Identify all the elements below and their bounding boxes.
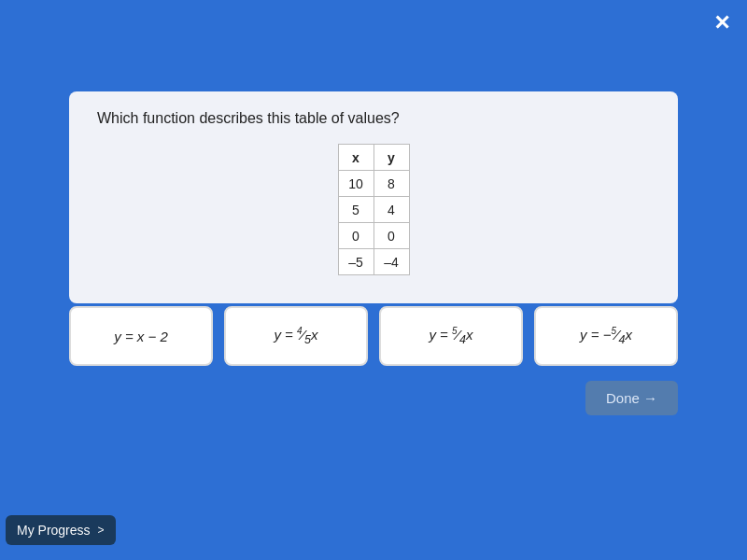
table-row: 54: [338, 197, 409, 223]
question-text: Which function describes this table of v…: [97, 110, 650, 127]
cell-3-0: –5: [338, 249, 374, 275]
question-card: Which function describes this table of v…: [69, 91, 678, 303]
table-row: 00: [338, 223, 409, 249]
my-progress-label: My Progress: [17, 523, 91, 538]
answer-choices: y = x − 2 y = 4⁄5x y = 5⁄4x y = −5⁄4x: [69, 306, 678, 366]
cell-0-0: 10: [338, 171, 374, 197]
table-row: 108: [338, 171, 409, 197]
table-row: –5–4: [338, 249, 409, 275]
answer-label-2: y = 4⁄5x: [274, 326, 317, 346]
answer-label-4: y = −5⁄4x: [580, 326, 632, 346]
table-body: 1085400–5–4: [338, 171, 409, 275]
cell-0-1: 8: [374, 171, 409, 197]
values-table: x y 1085400–5–4: [338, 144, 410, 275]
answer-label-3: y = 5⁄4x: [429, 326, 472, 346]
done-label: Done →: [606, 390, 657, 406]
cell-1-0: 5: [338, 197, 374, 223]
cell-3-1: –4: [374, 249, 409, 275]
col-header-y: y: [374, 145, 409, 171]
cell-2-1: 0: [374, 223, 409, 249]
answer-button-1[interactable]: y = x − 2: [69, 306, 213, 366]
values-table-container: x y 1085400–5–4: [97, 144, 650, 275]
cell-1-1: 4: [374, 197, 409, 223]
chevron-right-icon: >: [98, 524, 105, 537]
cell-2-0: 0: [338, 223, 374, 249]
my-progress-panel[interactable]: My Progress >: [6, 515, 116, 545]
col-header-x: x: [338, 145, 374, 171]
done-button[interactable]: Done →: [585, 381, 678, 415]
answer-button-2[interactable]: y = 4⁄5x: [224, 306, 368, 366]
answer-button-3[interactable]: y = 5⁄4x: [379, 306, 523, 366]
answer-label-1: y = x − 2: [114, 329, 168, 344]
answer-button-4[interactable]: y = −5⁄4x: [534, 306, 678, 366]
close-button[interactable]: ✕: [713, 13, 730, 34]
